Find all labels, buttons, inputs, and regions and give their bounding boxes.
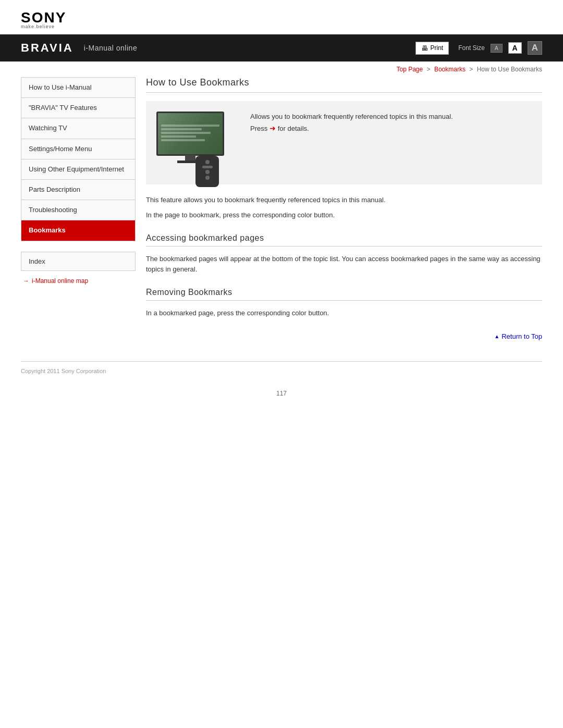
screen-line bbox=[161, 125, 219, 127]
screen-line bbox=[161, 135, 196, 138]
sidebar-item-how-to-use[interactable]: How to Use i-Manual bbox=[21, 77, 136, 98]
nav-actions: 🖶 Print Font Size A A A bbox=[415, 41, 542, 55]
intro-image bbox=[156, 112, 240, 174]
arrow-icon: ➜ bbox=[270, 124, 278, 132]
nav-bar: BRAVIA i-Manual online 🖶 Print Font Size… bbox=[0, 34, 563, 61]
accessing-para: The bookmarked pages will appear at the … bbox=[146, 254, 542, 276]
imanual-map-link[interactable]: i-Manual online map bbox=[32, 277, 88, 285]
remote-btn bbox=[205, 170, 210, 174]
return-to-top-link[interactable]: ▲ Return to Top bbox=[494, 332, 542, 340]
main-layout: How to Use i-Manual "BRAVIA" TV Features… bbox=[0, 77, 563, 351]
bravia-logo: BRAVIA bbox=[21, 41, 74, 55]
print-button[interactable]: 🖶 Print bbox=[415, 42, 449, 55]
breadcrumb-sep2: > bbox=[469, 66, 474, 73]
content-para1: This feature allows you to bookmark freq… bbox=[146, 195, 542, 206]
footer-copyright: Copyright 2011 Sony Corporation bbox=[21, 368, 106, 374]
sidebar: How to Use i-Manual "BRAVIA" TV Features… bbox=[21, 77, 136, 340]
breadcrumb-top-link[interactable]: Top Page bbox=[397, 66, 423, 73]
removing-title: Removing Bookmarks bbox=[146, 288, 542, 301]
sidebar-item-parts[interactable]: Parts Description bbox=[21, 180, 136, 200]
main-title: How to Use Bookmarks bbox=[146, 77, 542, 93]
font-size-label: Font Size bbox=[458, 44, 485, 52]
sidebar-item-index[interactable]: Index bbox=[21, 252, 136, 271]
return-to-top-label: Return to Top bbox=[501, 332, 542, 340]
screen-line bbox=[161, 132, 211, 134]
font-medium-button[interactable]: A bbox=[508, 42, 522, 54]
intro-para2: Press ➜ for details. bbox=[250, 122, 453, 134]
remote-btn bbox=[205, 160, 210, 164]
map-arrow-icon: → bbox=[23, 277, 29, 285]
sidebar-item-bravia-features[interactable]: "BRAVIA" TV Features bbox=[21, 98, 136, 118]
remote-btn bbox=[202, 166, 213, 168]
breadcrumb: Top Page > Bookmarks > How to Use Bookma… bbox=[0, 61, 563, 77]
print-label: Print bbox=[431, 44, 444, 52]
breadcrumb-current: How to Use Bookmarks bbox=[477, 66, 542, 73]
sony-tagline: make.believe bbox=[21, 24, 55, 29]
sidebar-item-watching-tv[interactable]: Watching TV bbox=[21, 118, 136, 139]
sidebar-item-troubleshooting[interactable]: Troubleshooting bbox=[21, 200, 136, 220]
tv-image bbox=[156, 112, 235, 174]
sidebar-item-bookmarks[interactable]: Bookmarks bbox=[21, 220, 136, 241]
intro-box: Allows you to bookmark frequently refere… bbox=[146, 101, 542, 184]
tv-screen-graphic bbox=[156, 112, 224, 156]
accessing-title: Accessing bookmarked pages bbox=[146, 233, 542, 246]
sidebar-item-settings[interactable]: Settings/Home Menu bbox=[21, 139, 136, 159]
intro-press-text: Press bbox=[250, 125, 267, 132]
intro-para1: Allows you to bookmark frequently refere… bbox=[250, 112, 453, 122]
breadcrumb-bookmarks-link[interactable]: Bookmarks bbox=[434, 66, 466, 73]
screen-line bbox=[161, 128, 202, 130]
screen-line bbox=[161, 139, 205, 141]
screen-lines bbox=[161, 125, 219, 143]
sony-logo: SONY make.believe bbox=[21, 9, 542, 29]
content-para2: In the page to bookmark, press the corre… bbox=[146, 210, 542, 221]
intro-for-details: for details. bbox=[278, 125, 309, 132]
remote-btn bbox=[205, 176, 210, 180]
page-number: 117 bbox=[0, 390, 563, 408]
header-section: SONY make.believe bbox=[0, 0, 563, 34]
content-area: How to Use Bookmarks bbox=[146, 77, 542, 340]
font-small-button[interactable]: A bbox=[491, 44, 503, 53]
remote-graphic bbox=[195, 156, 219, 187]
return-top-row: ▲ Return to Top bbox=[146, 329, 542, 340]
nav-title: i-Manual online bbox=[84, 44, 137, 52]
footer: Copyright 2011 Sony Corporation bbox=[0, 362, 563, 374]
font-large-button[interactable]: A bbox=[528, 41, 542, 55]
sidebar-item-using-other[interactable]: Using Other Equipment/Internet bbox=[21, 159, 136, 180]
sidebar-map-link: → i-Manual online map bbox=[21, 277, 136, 285]
tv-screen-content bbox=[158, 113, 223, 154]
print-icon: 🖶 bbox=[421, 44, 428, 52]
removing-para: In a bookmarked page, press the correspo… bbox=[146, 308, 542, 319]
sidebar-divider bbox=[21, 241, 136, 246]
intro-text: Allows you to bookmark frequently refere… bbox=[250, 112, 453, 174]
triangle-up-icon: ▲ bbox=[494, 334, 499, 339]
breadcrumb-sep1: > bbox=[427, 66, 432, 73]
